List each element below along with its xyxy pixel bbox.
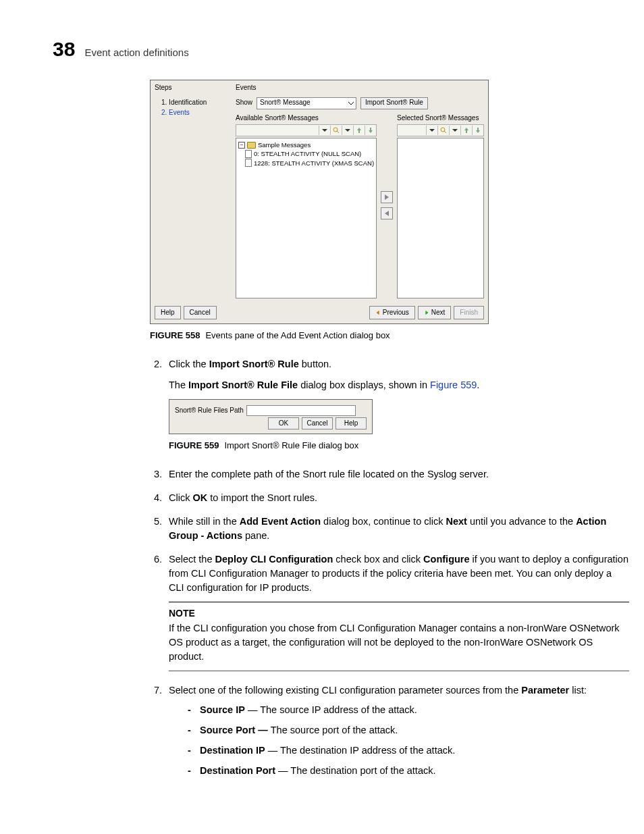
help-button[interactable]: Help bbox=[336, 417, 367, 429]
arrow-up-icon[interactable] bbox=[460, 126, 472, 135]
arrow-down-icon[interactable] bbox=[365, 126, 376, 135]
chapter-title: Event action definitions bbox=[84, 47, 188, 58]
note-heading: NOTE bbox=[169, 606, 629, 620]
arrow-down-icon[interactable] bbox=[472, 126, 483, 135]
chapter-number: 38 bbox=[53, 38, 75, 61]
ok-button[interactable]: OK bbox=[268, 417, 299, 429]
finish-button: Finish bbox=[454, 306, 484, 319]
dropdown-icon[interactable] bbox=[319, 126, 330, 135]
step-7: Select one of the following existing CLI… bbox=[165, 683, 629, 778]
steps-label: Steps bbox=[155, 83, 229, 93]
step-identification[interactable]: 1. Identification bbox=[155, 97, 229, 107]
param-source-ip: Source IP — The source IP address of the… bbox=[188, 703, 629, 717]
figure-559-caption: FIGURE 559Import Snort® Rule File dialog… bbox=[169, 440, 629, 452]
arrow-right-icon bbox=[424, 310, 429, 315]
chevron-down-icon bbox=[348, 100, 354, 107]
figure-559: Snort® Rule Files Path OK Cancel Help bbox=[169, 399, 373, 434]
collapse-icon[interactable]: − bbox=[238, 142, 245, 149]
arrow-left-icon bbox=[375, 310, 381, 315]
tree-item[interactable]: 0: STEALTH ACTIVITY (NULL SCAN) bbox=[254, 149, 361, 158]
cancel-button[interactable]: Cancel bbox=[302, 417, 333, 429]
step-6: Select the Deploy CLI Configuration chec… bbox=[165, 552, 629, 671]
step-2: Click the Import Snort® Rule button. The… bbox=[165, 357, 629, 452]
selected-list[interactable] bbox=[397, 138, 484, 298]
available-list[interactable]: −Sample Messages 0: STEALTH ACTIVITY (NU… bbox=[236, 138, 377, 298]
dropdown-icon[interactable] bbox=[426, 126, 437, 135]
tree-item[interactable]: 1228: STEALTH ACTIVITY (XMAS SCAN) bbox=[254, 159, 374, 167]
path-label: Snort® Rule Files Path bbox=[175, 406, 244, 416]
step-4: Click OK to import the Snort rules. bbox=[165, 491, 629, 505]
step-3: Enter the complete path of the Snort rul… bbox=[165, 467, 629, 481]
param-destination-port: Destination Port — The destination port … bbox=[188, 764, 629, 778]
note-box: NOTE If the CLI configuration you chose … bbox=[169, 602, 629, 671]
figure-558-caption: FIGURE 558Events pane of the Add Event A… bbox=[150, 330, 629, 342]
selected-label: Selected Snort® Messages bbox=[397, 113, 484, 124]
step-events[interactable]: 2. Events bbox=[155, 107, 229, 118]
param-destination-ip: Destination IP — The destination IP addr… bbox=[188, 744, 629, 758]
import-snort-rule-button[interactable]: Import Snort® Rule bbox=[360, 97, 428, 109]
move-right-button[interactable] bbox=[381, 191, 393, 203]
available-label: Available Snort® Messages bbox=[236, 113, 377, 124]
path-input[interactable] bbox=[246, 405, 356, 416]
move-left-button[interactable] bbox=[381, 207, 393, 219]
previous-button[interactable]: Previous bbox=[369, 306, 415, 319]
tree-root: Sample Messages bbox=[258, 140, 311, 149]
search-icon[interactable] bbox=[437, 126, 449, 135]
show-combo-value: Snort® Message bbox=[260, 98, 311, 108]
search-icon[interactable] bbox=[330, 126, 342, 135]
arrow-up-icon[interactable] bbox=[353, 126, 365, 135]
dropdown2-icon[interactable] bbox=[342, 126, 353, 135]
file-icon bbox=[245, 159, 252, 167]
show-label: Show bbox=[236, 98, 252, 108]
next-button[interactable]: Next bbox=[418, 306, 452, 319]
note-body: If the CLI configuration you chose from … bbox=[169, 621, 629, 664]
cancel-button[interactable]: Cancel bbox=[184, 306, 217, 319]
dropdown2-icon[interactable] bbox=[449, 126, 460, 135]
events-label: Events bbox=[236, 83, 484, 93]
help-button[interactable]: Help bbox=[155, 306, 181, 319]
figure-558: Steps 1. Identification 2. Events Events… bbox=[150, 80, 489, 324]
selected-toolbar bbox=[397, 124, 484, 136]
show-combo[interactable]: Snort® Message bbox=[257, 97, 356, 109]
step-5: While still in the Add Event Action dial… bbox=[165, 515, 629, 543]
page-header: 38 Event action definitions bbox=[53, 38, 591, 61]
folder-icon bbox=[247, 142, 256, 149]
param-source-port: Source Port — The source port of the att… bbox=[188, 723, 629, 737]
file-icon bbox=[245, 150, 252, 158]
available-toolbar bbox=[236, 124, 377, 136]
figure-559-link[interactable]: Figure 559 bbox=[430, 380, 477, 390]
